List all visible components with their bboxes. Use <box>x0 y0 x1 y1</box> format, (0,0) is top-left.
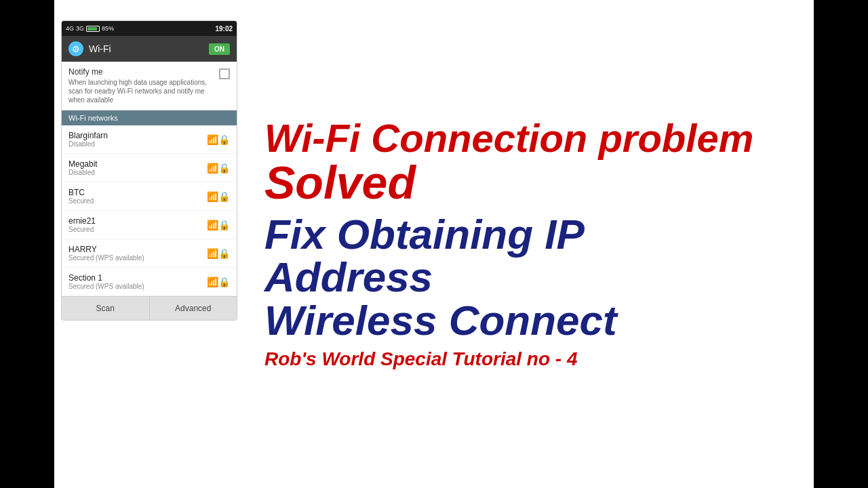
gear-icon: ⚙ <box>68 41 83 56</box>
network-info: Blarginfarn Disabled <box>68 131 108 148</box>
wifi-signal-icon: 📶🔒 <box>207 248 230 259</box>
battery-percent: 85% <box>102 25 114 32</box>
notify-text-block: Notify me When launching high data usage… <box>68 67 219 104</box>
status-bar-left: 4G 3G 85% <box>66 25 114 32</box>
wifi-signal-icon: 📶🔒 <box>207 220 230 230</box>
scan-button[interactable]: Scan <box>62 297 150 320</box>
notify-description: When launching high data usage applicati… <box>68 78 219 104</box>
network-info: Section 1 Secured (WPS available) <box>68 273 144 290</box>
network-name: Megabit <box>68 159 98 169</box>
wifi-signal-icon: 📶🔒 <box>207 191 230 202</box>
network-status: Secured (WPS available) <box>68 254 144 262</box>
network-name: Blarginfarn <box>68 131 108 140</box>
list-item[interactable]: Blarginfarn Disabled 📶🔒 <box>62 125 237 154</box>
headline-line2: Solved <box>264 159 416 205</box>
phone-panel: 4G 3G 85% 19:02 ⚙ Wi-Fi ON <box>54 0 244 488</box>
network-info: HARRY Secured (WPS available) <box>68 245 144 262</box>
phone-screen: 4G 3G 85% 19:02 ⚙ Wi-Fi ON <box>61 20 237 321</box>
subtitle-line3: Wireless Connect <box>264 298 617 342</box>
network-status: Secured <box>68 197 94 205</box>
signal-strength: 4G <box>66 25 74 32</box>
subtitle-line2: Address <box>264 256 433 298</box>
list-item[interactable]: BTC Secured 📶🔒 <box>62 182 237 211</box>
text-panel: Wi-Fi Connection problem Solved Fix Obta… <box>244 0 814 488</box>
gear-symbol: ⚙ <box>72 44 80 54</box>
list-item[interactable]: Section 1 Secured (WPS available) 📶🔒 <box>62 268 237 296</box>
network-info: Megabit Disabled <box>68 159 98 176</box>
status-bar: 4G 3G 85% 19:02 <box>62 21 237 36</box>
main-container: 4G 3G 85% 19:02 ⚙ Wi-Fi ON <box>54 0 814 488</box>
networks-section-header: Wi-Fi networks <box>62 110 237 125</box>
attribution-text: Rob's World Special Tutorial no - 4 <box>264 348 577 370</box>
headline-line1: Wi-Fi Connection problem <box>264 118 753 159</box>
wifi-title-label: Wi-Fi <box>89 43 111 54</box>
wifi-header-left: ⚙ Wi-Fi <box>68 41 111 56</box>
network-3g: 3G <box>76 25 84 32</box>
network-name: Section 1 <box>68 273 144 283</box>
wifi-toggle[interactable]: ON <box>209 43 230 55</box>
wifi-signal-icon: 📶🔒 <box>207 277 230 287</box>
notify-section: Notify me When launching high data usage… <box>62 62 237 110</box>
network-name: HARRY <box>68 245 144 254</box>
bottom-bar: Scan Advanced <box>62 296 237 320</box>
wifi-header: ⚙ Wi-Fi ON <box>62 36 237 62</box>
list-item[interactable]: Megabit Disabled 📶🔒 <box>62 154 237 182</box>
notify-title: Notify me <box>68 67 219 77</box>
list-item[interactable]: ernie21 Secured 📶🔒 <box>62 211 237 239</box>
list-item[interactable]: HARRY Secured (WPS available) 📶🔒 <box>62 239 237 268</box>
network-info: BTC Secured <box>68 188 94 205</box>
network-status: Secured (WPS available) <box>68 283 144 290</box>
network-name: ernie21 <box>68 216 96 226</box>
network-status: Disabled <box>68 169 98 176</box>
network-status: Secured <box>68 226 96 233</box>
network-status: Disabled <box>68 140 108 148</box>
network-name: BTC <box>68 188 94 197</box>
subtitle-line1: Fix Obtaining IP <box>264 212 585 256</box>
status-bar-time: 19:02 <box>215 25 233 33</box>
network-info: ernie21 Secured <box>68 216 96 233</box>
battery-icon <box>86 26 100 32</box>
notify-checkbox[interactable] <box>219 68 230 79</box>
wifi-signal-icon: 📶🔒 <box>207 134 230 145</box>
wifi-signal-icon: 📶🔒 <box>207 163 230 174</box>
advanced-button[interactable]: Advanced <box>150 297 237 320</box>
